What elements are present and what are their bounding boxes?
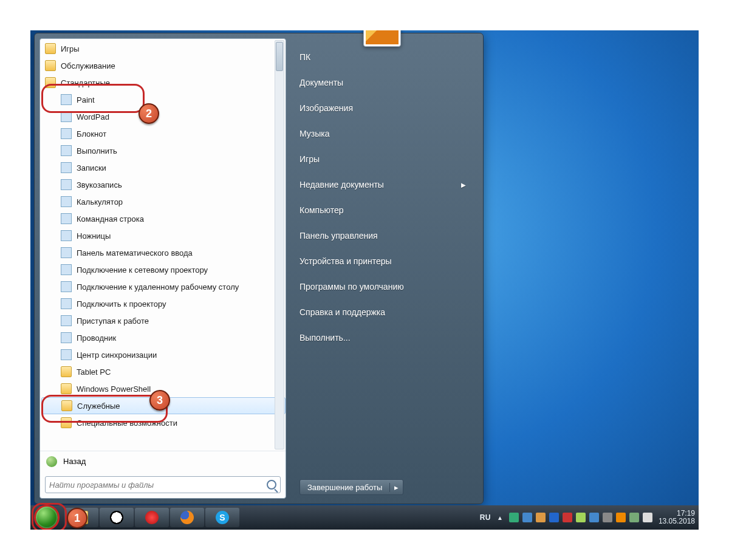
program-item[interactable]: Центр синхронизации (41, 346, 286, 363)
start-right-item[interactable]: Недавние документы▶ (299, 172, 472, 197)
program-item[interactable]: Выполнить (41, 142, 286, 159)
shutdown-label: Завершение работы (300, 483, 389, 492)
start-menu-left-pane: ИгрыОбслуживаниеСтандартныеPaintWordPadБ… (39, 38, 286, 499)
tray-icon[interactable] (509, 513, 519, 522)
start-right-item[interactable]: ПК (299, 44, 472, 70)
language-indicator[interactable]: RU (480, 513, 491, 522)
start-right-item[interactable]: Выполнить... (299, 325, 472, 350)
program-label: Paint (77, 95, 95, 104)
program-folder[interactable]: Tablet PC (41, 363, 286, 380)
app-icon (61, 315, 72, 326)
program-item[interactable]: Записки (41, 159, 286, 176)
folder-icon (61, 366, 72, 377)
program-item[interactable]: Блокнот (41, 125, 286, 142)
program-label: Блокнот (77, 129, 106, 138)
taskbar: S RU ▲ 17:1 (30, 505, 699, 530)
program-item[interactable]: Подключить к проектору (41, 295, 286, 312)
tray-icon[interactable] (549, 513, 559, 522)
program-item[interactable]: Калькулятор (41, 193, 286, 210)
program-folder[interactable]: Специальные возможности (41, 414, 286, 431)
panda-icon (110, 511, 123, 524)
tray-icon[interactable] (616, 513, 626, 522)
folder-icon (45, 60, 56, 71)
program-label: Игры (61, 44, 80, 53)
search-box[interactable] (45, 476, 281, 493)
start-right-item[interactable]: Панель управления (299, 223, 472, 248)
app-icon (61, 196, 72, 207)
tray-icon[interactable] (576, 513, 586, 522)
tray-icon[interactable] (522, 513, 532, 522)
taskbar-pinned-skype[interactable]: S (205, 508, 239, 527)
shutdown-options-arrow[interactable]: ▸ (389, 483, 403, 492)
start-right-item[interactable]: Документы (299, 70, 472, 95)
start-right-item[interactable]: Музыка (299, 121, 472, 146)
skype-icon: S (216, 511, 229, 524)
volume-icon[interactable] (643, 513, 652, 522)
all-programs-list[interactable]: ИгрыОбслуживаниеСтандартныеPaintWordPadБ… (40, 39, 286, 451)
flower-icon (366, 30, 399, 44)
start-right-item[interactable]: Изображения (299, 95, 472, 121)
start-right-label: Игры (299, 154, 320, 164)
app-icon (61, 162, 72, 173)
start-right-label: ПК (299, 52, 310, 62)
program-item[interactable]: Подключение к удаленному рабочему столу (41, 278, 286, 295)
program-item[interactable]: Проводник (41, 329, 286, 346)
program-item[interactable]: Подключение к сетевому проектору (41, 261, 286, 278)
app-icon (61, 298, 72, 309)
taskbar-pinned-opera[interactable] (135, 508, 169, 527)
program-label: Подключение к сетевому проектору (77, 265, 208, 275)
start-right-item[interactable]: Устройства и принтеры (299, 248, 472, 274)
start-right-label: Устройства и принтеры (299, 256, 392, 266)
program-label: Выполнить (77, 146, 117, 155)
start-menu: ИгрыОбслуживаниеСтандартныеPaintWordPadБ… (34, 33, 484, 504)
scrollbar[interactable] (275, 40, 284, 449)
search-input[interactable] (49, 480, 267, 490)
app-icon (61, 94, 72, 105)
tray-icon[interactable] (629, 513, 639, 522)
start-button[interactable] (34, 505, 60, 530)
start-right-item[interactable]: Справка и поддержка (299, 299, 472, 325)
program-folder[interactable]: Обслуживание (41, 57, 286, 74)
app-icon (61, 332, 72, 343)
app-icon (61, 128, 72, 139)
app-icon (61, 281, 72, 292)
program-item[interactable]: Ножницы (41, 227, 286, 244)
scrollbar-thumb[interactable] (276, 42, 283, 71)
app-icon (61, 264, 72, 275)
opera-icon (145, 511, 159, 524)
program-item[interactable]: Панель математического ввода (41, 244, 286, 261)
program-folder[interactable]: Стандартные (41, 74, 286, 91)
clock-date: 13.05.2018 (659, 517, 695, 525)
tray-expand-arrow[interactable]: ▲ (497, 514, 503, 521)
shutdown-button[interactable]: Завершение работы ▸ (299, 479, 403, 495)
app-icon (61, 179, 72, 190)
program-item[interactable]: Командная строка (41, 210, 286, 227)
program-item[interactable]: Приступая к работе (41, 312, 286, 329)
tray-icon[interactable] (603, 513, 612, 522)
system-tray: RU ▲ 17:19 13.05.2018 (480, 510, 695, 525)
start-right-item[interactable]: Игры (299, 146, 472, 172)
program-label: WordPad (77, 112, 109, 121)
folder-icon (45, 43, 56, 54)
start-right-item[interactable]: Программы по умолчанию (299, 274, 472, 299)
tray-icon[interactable] (589, 513, 599, 522)
program-item[interactable]: Paint (41, 91, 286, 108)
start-right-item[interactable]: Компьютер (299, 197, 472, 223)
start-menu-right-pane: ПКДокументыИзображенияМузыкаИгрыНедавние… (286, 38, 478, 499)
program-item[interactable]: Звукозапись (41, 176, 286, 193)
tray-icon[interactable] (563, 513, 572, 522)
annotation-badge-2: 2 (139, 103, 159, 124)
start-right-label: Справка и поддержка (299, 307, 385, 317)
taskbar-clock[interactable]: 17:19 13.05.2018 (659, 510, 695, 525)
back-button[interactable]: Назад (40, 451, 286, 471)
program-item[interactable]: WordPad (41, 108, 286, 125)
program-label: Командная строка (77, 214, 144, 224)
tray-icon[interactable] (536, 513, 546, 522)
start-right-label: Музыка (299, 129, 330, 138)
taskbar-pinned-panda[interactable] (100, 508, 134, 527)
taskbar-pinned-firefox[interactable] (170, 508, 204, 527)
program-label: Windows PowerShell (77, 384, 151, 394)
program-folder[interactable]: Игры (41, 40, 286, 57)
program-label: Проводник (77, 333, 116, 343)
program-label: Tablet PC (77, 367, 111, 377)
